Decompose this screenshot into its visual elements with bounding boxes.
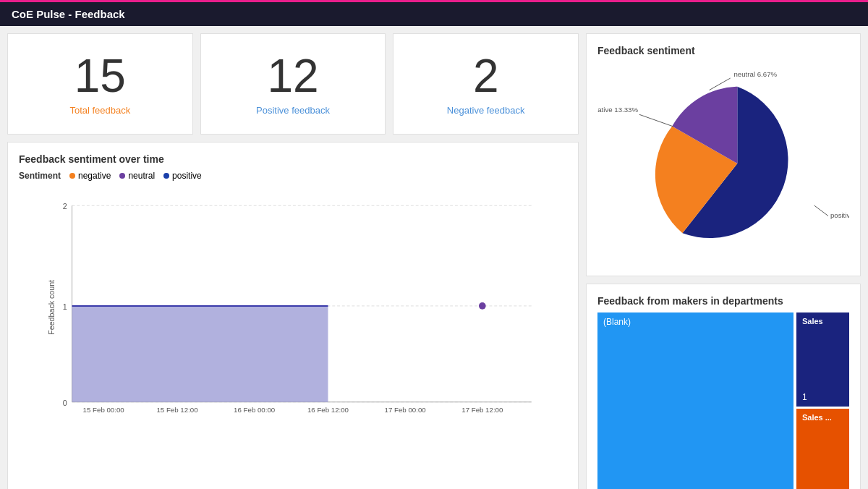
chart-area: 2 1 0 Feedback count 15 Feb 00:00 15 Feb… — [19, 188, 567, 420]
legend-neutral: neutral — [119, 171, 155, 181]
svg-line-17 — [639, 114, 673, 126]
svg-text:1: 1 — [63, 302, 67, 311]
right-column: Feedback sentiment negative 13.33% — [586, 33, 861, 489]
left-column: 15 Total feedback 12 Positive feedback 2… — [7, 33, 579, 489]
legend-negative-dot — [69, 173, 75, 179]
svg-text:16 Feb 12:00: 16 Feb 12:00 — [307, 406, 349, 414]
kpi-positive-label: Positive feedback — [256, 105, 330, 116]
svg-text:17 Feb 12:00: 17 Feb 12:00 — [461, 406, 503, 414]
treemap-sales-num: 1 — [802, 392, 843, 402]
treemap-sales-label: Sales — [802, 317, 843, 326]
kpi-positive: 12 Positive feedback — [200, 33, 386, 135]
treemap-sales2-cell: Sales ... 1 — [796, 409, 849, 489]
pie-container: negative 13.33% neutral 6.67% positive 8… — [597, 62, 849, 265]
svg-point-16 — [479, 302, 486, 310]
treemap-right: Sales 1 Sales ... 1 — [796, 312, 849, 489]
app-header: CoE Pulse - Feedback — [0, 0, 868, 26]
kpi-negative: 2 Negative feedback — [393, 33, 579, 135]
svg-text:2: 2 — [63, 202, 67, 211]
treemap-title: Feedback from makers in departments — [597, 295, 849, 307]
line-chart-svg: 2 1 0 Feedback count 15 Feb 00:00 15 Feb… — [19, 188, 567, 420]
kpi-negative-label: Negative feedback — [447, 105, 525, 116]
kpi-total-number: 15 — [75, 53, 126, 99]
legend-negative: negative — [69, 171, 111, 181]
legend-negative-text: negative — [78, 171, 111, 181]
legend-neutral-dot — [119, 173, 125, 179]
kpi-row: 15 Total feedback 12 Positive feedback 2… — [7, 33, 579, 135]
svg-text:15 Feb 12:00: 15 Feb 12:00 — [156, 406, 198, 414]
app-title: CoE Pulse - Feedback — [12, 8, 125, 20]
line-chart-title: Feedback sentiment over time — [19, 153, 567, 165]
kpi-total-label: Total feedback — [69, 105, 130, 116]
legend-positive-dot — [163, 173, 169, 179]
pie-svg: negative 13.33% neutral 6.67% positive 8… — [597, 62, 849, 265]
chart-legend: Sentiment negative neutral positive — [19, 171, 567, 181]
pie-chart-title: Feedback sentiment — [597, 45, 849, 56]
treemap-sales-cell: Sales 1 — [796, 312, 849, 407]
treemap-blank-label: (Blank) — [603, 317, 788, 327]
pie-panel: Feedback sentiment negative 13.33% — [586, 33, 861, 276]
line-chart-panel: Feedback sentiment over time Sentiment n… — [7, 142, 579, 489]
treemap-sales2-label: Sales ... — [802, 413, 843, 422]
legend-label: Sentiment — [19, 171, 61, 181]
legend-neutral-text: neutral — [128, 171, 155, 181]
svg-text:Feedback count: Feedback count — [47, 280, 56, 335]
treemap-panel: Feedback from makers in departments (Bla… — [586, 284, 861, 489]
svg-text:negative 13.33%: negative 13.33% — [597, 106, 638, 114]
main-content: 15 Total feedback 12 Positive feedback 2… — [0, 26, 868, 489]
svg-text:17 Feb 00:00: 17 Feb 00:00 — [385, 406, 427, 414]
svg-text:16 Feb 00:00: 16 Feb 00:00 — [234, 406, 276, 414]
svg-text:positive 80%: positive 80% — [830, 211, 849, 219]
treemap-blank-cell: (Blank) 13 — [597, 312, 793, 489]
svg-marker-15 — [72, 306, 328, 402]
kpi-total: 15 Total feedback — [7, 33, 193, 135]
svg-text:neutral 6.67%: neutral 6.67% — [734, 70, 778, 78]
legend-positive-text: positive — [172, 171, 202, 181]
svg-text:15 Feb 00:00: 15 Feb 00:00 — [83, 406, 125, 414]
treemap-container: (Blank) 13 Sales 1 Sales ... 1 — [597, 312, 849, 489]
svg-line-21 — [814, 205, 828, 216]
kpi-negative-number: 2 — [473, 53, 499, 99]
svg-text:0: 0 — [63, 399, 67, 407]
kpi-positive-number: 12 — [267, 53, 318, 99]
legend-positive: positive — [163, 171, 202, 181]
